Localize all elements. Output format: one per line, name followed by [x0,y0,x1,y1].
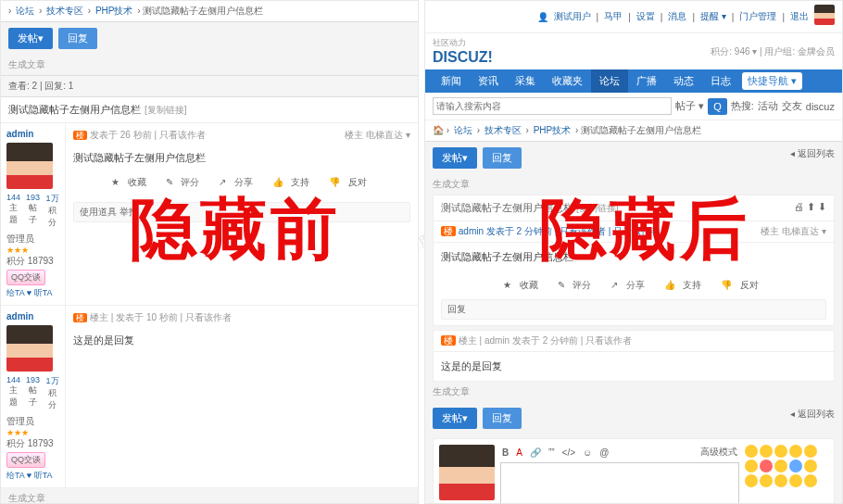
reply-bar[interactable]: 回复 [441,299,826,320]
code-icon[interactable]: </> [560,447,577,459]
section-label: 生成文章 [8,492,410,504]
main-nav: 新闻 资讯 采集 收藏夹 论坛 广播 动态 日志 快捷导航 ▾ [425,69,842,93]
post-2-nosidebar: 楼 楼主 | admin 发表于 2 分钟前 | 只看该作者 这是的是回复 [433,330,835,382]
discuz-logo[interactable]: DISCUZ! [433,49,493,66]
share-button[interactable]: ↗ 分享 [610,280,650,290]
thread-subject: 测试隐藏帖子左侧用户信息栏[复制链接] [1,97,418,123]
section-label: 生成文章 [8,58,410,71]
logo-bar: 社区动力DISCUZ! 积分: 946 ▾ | 用户组: 金牌会员 [425,33,842,69]
hot-tag[interactable]: 活动 [758,99,778,113]
post-button[interactable]: 发帖 ▾ [433,147,477,169]
op-badge: 楼 [73,131,87,140]
reply-button[interactable]: 回复 [483,408,522,429]
post-actions: ★ 收藏 ✎ 评分 ↗ 分享 👍 支持 👎 反对 [73,169,410,196]
support-button[interactable]: 👍 支持 [664,280,708,290]
nav-item[interactable]: 资讯 [470,69,507,93]
user-link[interactable]: 测试用户 [554,10,591,23]
search-button[interactable]: Q [708,98,727,115]
hot-tag[interactable]: 交友 [782,99,802,113]
post-body: 测试隐藏帖子左侧用户信息栏 [73,147,410,169]
post-2: admin 144主题 193帖子 1万积分 管理员 ★★★ 积分 18793 … [1,306,418,488]
nav-item[interactable]: 日志 [702,69,739,93]
nav-item[interactable]: 采集 [507,69,544,93]
section-label: 生成文章 [433,385,835,398]
post-1-nosidebar: 测试隐藏帖子左侧用户信息栏 [复制链接]🖨 ⬆ ⬇ 楼 admin 发表于 2 … [433,195,835,326]
search-type[interactable]: 帖子 ▾ [675,99,704,113]
follow-link[interactable]: 给TA ♥ 听TA [6,287,59,299]
search-input[interactable] [433,97,672,115]
post-body: 这是的是回复 [434,352,834,381]
breadcrumb: 🏠 › 论坛 › 技术专区 › PHP技术 › 测试隐藏帖子左侧用户信息栏 [425,120,842,142]
user-sidebar: admin 144主题 193帖子 1万积分 管理员 ★★★ 积分 18793 … [1,123,66,305]
crumb-thread: 测试隐藏帖子左侧用户信息栏 [143,6,263,16]
oppose-button[interactable]: 👎 反对 [329,177,372,187]
back-list-link[interactable]: 返回列表 [798,409,835,419]
oppose-button[interactable]: 👎 反对 [721,280,764,290]
emoji-icon[interactable]: ☺ [581,447,594,459]
stats-bar: 查看: 2 | 回复: 1 [1,75,418,97]
copy-link[interactable]: [复制链接] [576,203,619,213]
author-link[interactable]: admin 发表于 2 分钟前 | 只看该作者 | 只看该作者 [459,226,660,236]
avatar-small[interactable] [814,5,835,25]
username[interactable]: admin [6,311,59,321]
at-icon[interactable]: @ [598,447,610,459]
avatar[interactable] [6,325,53,372]
nav-item[interactable]: 新闻 [433,69,470,93]
crumb-cat[interactable]: 技术专区 [46,6,83,16]
floor-nav[interactable]: 楼主 电梯直达 ▾ [345,129,410,142]
post-1: admin 144主题 193帖子 1万积分 管理员 ★★★ 积分 18793 … [1,123,418,306]
advanced-link[interactable]: 高级模式 [698,445,739,460]
rate-button[interactable]: ✎ 评分 [558,280,598,290]
post-tools[interactable]: 🖨 ⬆ ⬇ [794,201,826,215]
color-icon[interactable]: A [514,447,524,459]
pane-before: › 论坛 › 技术专区 › PHP技术 › 测试隐藏帖子左侧用户信息栏 发帖 ▾… [0,0,419,504]
bold-icon[interactable]: B [500,447,510,459]
quote-icon[interactable]: ”” [547,447,557,459]
stars-icon: ★★★ [6,246,59,255]
post-button[interactable]: 发帖 ▾ [433,408,477,429]
section-label: 生成文章 [433,178,835,191]
crumb-forum[interactable]: 论坛 [16,6,34,16]
fav-button[interactable]: ★ 收藏 [111,177,152,187]
rate-button[interactable]: ✎ 评分 [166,177,206,187]
breadcrumb: › 论坛 › 技术专区 › PHP技术 › 测试隐藏帖子左侧用户信息栏 [1,1,418,22]
quick-nav[interactable]: 快捷导航 ▾ [742,72,802,90]
share-button[interactable]: ↗ 分享 [219,177,258,187]
quick-reply: B A 🔗 ”” </> ☺ @ 高级模式 [433,438,835,504]
hot-tag[interactable]: discuz [806,101,835,112]
avatar [439,445,495,500]
nav-item[interactable]: 收藏夹 [544,69,591,93]
post-body: 测试隐藏帖子左侧用户信息栏 [434,243,834,271]
logout-link[interactable]: 退出 [790,10,809,23]
link-icon[interactable]: 🔗 [528,447,543,459]
search-bar: 帖子 ▾ Q 热搜: 活动 交友 discuz [425,93,842,120]
username[interactable]: admin [6,129,59,139]
qq-chat-button[interactable]: QQ交谈 [6,270,45,285]
reply-button[interactable]: 回复 [483,147,522,169]
reply-textarea[interactable] [500,462,739,504]
post-button[interactable]: 发帖 ▾ [8,28,53,49]
pane-after: 👤 测试用户 | 马甲|设置|消息|提醒 ▾|门户管理|退出 社区动力DISCU… [424,0,843,504]
copy-link[interactable]: [复制链接] [145,105,187,115]
support-button[interactable]: 👍 支持 [272,177,316,187]
points: 积分 18793 [6,255,59,268]
qq-chat-button[interactable]: QQ交谈 [6,452,45,468]
avatar[interactable] [6,143,53,189]
user-level: 管理员 [6,233,59,246]
floor-nav[interactable]: 楼主 电梯直达 ▾ [761,225,826,238]
nav-item[interactable]: 论坛 [591,69,628,93]
reply-button[interactable]: 回复 [58,28,97,49]
nav-item[interactable]: 广播 [628,69,665,93]
crumb-board[interactable]: PHP技术 [95,6,133,16]
report-bar[interactable]: 使用道具 举报 [73,202,410,222]
follow-link[interactable]: 给TA ♥ 听TA [6,470,59,482]
nav-item[interactable]: 动态 [665,69,702,93]
back-list-link[interactable]: 返回列表 [798,148,835,158]
fav-button[interactable]: ★ 收藏 [503,280,544,290]
post-body: 这是的是回复 [73,330,410,351]
top-user-bar: 👤 测试用户 | 马甲|设置|消息|提醒 ▾|门户管理|退出 [425,1,842,33]
